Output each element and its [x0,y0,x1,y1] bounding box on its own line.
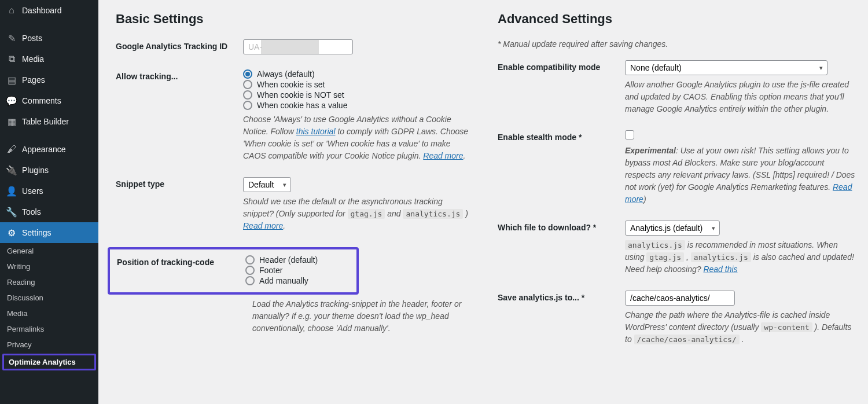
sidebar-item-label: Dashboard [22,6,62,15]
radio-icon [243,69,252,79]
stealth-label: Enable stealth mode * [498,130,625,142]
position-footer[interactable]: Footer [245,266,350,275]
allow-tracking-cookie-not-set[interactable]: When cookie is NOT set [243,90,475,100]
submenu-media[interactable]: Media [0,306,98,321]
file-label: Which file to download? * [498,221,625,232]
advanced-settings-column: Advanced Settings * Manual update requir… [498,12,856,361]
sidebar-item-label: Plugins [22,166,49,175]
allow-tracking-cookie-value[interactable]: When cookie has a value [243,101,475,110]
radio-icon [245,266,255,275]
sidebar-item-label: Posts [22,34,42,43]
table-icon: ▦ [6,116,17,127]
submenu-general[interactable]: General [0,243,98,259]
radio-label: Footer [259,266,282,275]
save-path-input[interactable] [625,291,735,306]
read-this-link[interactable]: Read this [703,265,737,274]
sidebar-item-label: Settings [22,228,52,237]
submenu-privacy[interactable]: Privacy [0,337,98,352]
allow-tracking-label: Allow tracking... [116,69,243,81]
sidebar-item-tools[interactable]: 🔧Tools [0,201,98,222]
posts-icon: ✎ [6,32,17,44]
radio-label: When cookie is NOT set [257,90,344,100]
radio-label: When cookie has a value [257,101,347,110]
radio-icon [243,90,252,100]
basic-settings-heading: Basic Settings [116,12,475,27]
radio-label: Always (default) [257,69,315,79]
dashboard-icon: ⌂ [6,5,17,16]
compat-select[interactable]: None (default) [625,60,827,75]
file-select[interactable]: Analytics.js (default) [625,221,720,236]
snippet-type-label: Snippet type [116,177,243,189]
compat-desc: Allow another Google Analytics plugin to… [625,79,856,115]
radio-label: Add manually [259,276,308,285]
comments-icon: 💬 [6,95,17,106]
allow-tracking-always[interactable]: Always (default) [243,69,475,79]
file-desc: analytics.js is recommended in most situ… [625,239,856,276]
snippet-type-select[interactable]: Default [243,177,291,192]
sidebar-item-label: Appearance [22,145,66,154]
tutorial-link[interactable]: this tutorial [296,127,336,136]
sidebar-item-label: Users [22,186,43,196]
sidebar-item-settings[interactable]: ⚙Settings [0,222,98,243]
snippet-type-desc: Should we use the default or the asynchr… [243,196,475,232]
tools-icon: 🔧 [6,206,17,218]
position-desc: Load the Analytics tracking-snippet in t… [252,298,475,335]
save-path-desc: Change the path where the Analytics-file… [625,309,856,346]
code-text: gtag.js [348,209,385,219]
submenu-optimize-analytics[interactable]: Optimize Analytics [2,354,96,370]
tracking-id-input[interactable] [243,39,353,54]
sidebar-item-label: Comments [22,96,61,105]
stealth-desc: Experimental: Use at your own risk! This… [625,145,856,205]
code-text: /cache/caos-analytics/ [634,335,740,344]
users-icon: 👤 [6,185,17,197]
sidebar-item-comments[interactable]: 💬Comments [0,90,98,111]
code-text: gtag.js [646,252,684,262]
plugins-icon: 🔌 [6,164,17,176]
position-label: Position of tracking-code [117,255,245,267]
radio-icon [243,101,252,110]
sidebar-item-media[interactable]: ⧉Media [0,49,98,69]
radio-label: Header (default) [259,255,318,265]
basic-settings-column: Basic Settings Google Analytics Tracking… [116,12,475,361]
sidebar-item-plugins[interactable]: 🔌Plugins [0,160,98,181]
allow-tracking-cookie-set[interactable]: When cookie is set [243,80,475,89]
sidebar-item-dashboard[interactable]: ⌂Dashboard [0,0,98,21]
radio-icon [243,80,252,89]
radio-icon [245,276,255,285]
admin-sidebar: ⌂Dashboard ✎Posts ⧉Media ▤Pages 💬Comment… [0,0,98,404]
compat-label: Enable compatibility mode [498,60,625,72]
radio-icon [245,255,255,265]
submenu-permalinks[interactable]: Permalinks [0,321,98,337]
read-more-link[interactable]: Read more [243,221,283,230]
save-path-label: Save analytics.js to... * [498,291,625,302]
code-text: analytics.js [625,240,685,250]
sidebar-item-posts[interactable]: ✎Posts [0,28,98,49]
sidebar-item-label: Table Builder [22,117,69,126]
sidebar-item-label: Tools [22,207,41,216]
sidebar-item-label: Pages [22,75,45,85]
advanced-settings-heading: Advanced Settings [498,12,856,27]
code-text: analytics.js [691,252,751,262]
sidebar-item-label: Media [22,54,44,64]
position-highlight-box: Position of tracking-code Header (defaul… [108,247,359,295]
sidebar-item-table-builder[interactable]: ▦Table Builder [0,111,98,132]
submenu-reading[interactable]: Reading [0,274,98,290]
sidebar-item-users[interactable]: 👤Users [0,181,98,201]
submenu-writing[interactable]: Writing [0,259,98,274]
submenu-discussion[interactable]: Discussion [0,290,98,306]
settings-icon: ⚙ [6,227,17,238]
code-text: analytics.js [403,209,463,219]
position-header[interactable]: Header (default) [245,255,350,265]
sidebar-item-appearance[interactable]: 🖌Appearance [0,139,98,160]
stealth-checkbox[interactable] [625,130,634,139]
pages-icon: ▤ [6,74,17,86]
read-more-link[interactable]: Read more [423,151,463,160]
allow-tracking-desc: Choose 'Always' to use Google Analytics … [243,113,475,162]
tracking-id-label: Google Analytics Tracking ID [116,39,243,51]
manual-update-note: * Manual update required after saving ch… [498,39,856,49]
radio-label: When cookie is set [257,80,325,89]
media-icon: ⧉ [6,53,17,65]
position-manual[interactable]: Add manually [245,276,350,285]
sidebar-item-pages[interactable]: ▤Pages [0,69,98,90]
appearance-icon: 🖌 [6,144,17,155]
